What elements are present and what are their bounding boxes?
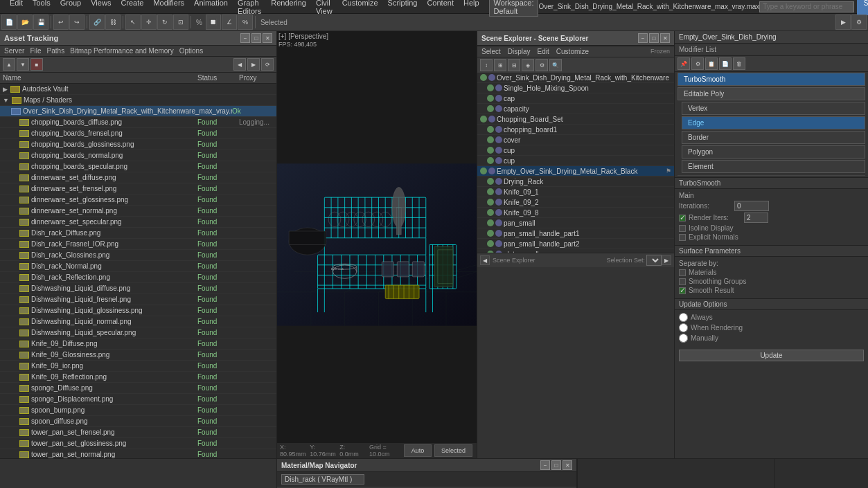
toolbar-render[interactable]: ▶ bbox=[835, 15, 851, 30]
selection-set-dropdown[interactable] bbox=[646, 255, 662, 266]
menu-modifiers[interactable]: Modifiers bbox=[149, 0, 188, 17]
iterations-input[interactable] bbox=[734, 201, 769, 211]
asset-menu-file[interactable]: File bbox=[30, 47, 41, 55]
panel-minimize[interactable]: − bbox=[240, 33, 250, 43]
file-row[interactable]: Dish_rack_Normal.png Found bbox=[0, 261, 276, 272]
polygon-sub-item[interactable]: Polygon bbox=[682, 145, 865, 159]
tree-autodesk-vault[interactable]: ▶ Autodesk Vault bbox=[0, 84, 276, 95]
file-row[interactable]: Dish_rack_Diffuse.png Found bbox=[0, 228, 276, 239]
mod-paste-btn[interactable]: 📄 bbox=[719, 57, 732, 70]
viewport-auto-btn[interactable]: Auto bbox=[404, 444, 432, 457]
scene-toolbar-btn-2[interactable]: ⊞ bbox=[494, 59, 506, 71]
toolbar-move[interactable]: ✛ bbox=[141, 15, 157, 30]
scene-row[interactable]: Knife_09_2 bbox=[477, 197, 674, 208]
materials-checkbox[interactable] bbox=[679, 269, 686, 276]
toolbar-new[interactable]: 📄 bbox=[1, 15, 17, 30]
file-row[interactable]: sponge_Displacement.png Found bbox=[0, 394, 276, 405]
isoline-checkbox[interactable] bbox=[679, 225, 686, 232]
tree-maps-shaders[interactable]: ▼ Maps / Shaders bbox=[0, 95, 276, 106]
scene-toolbar-btn-6[interactable]: 🔍 bbox=[549, 59, 562, 71]
asset-menu-bitmap[interactable]: Bitmap Performance and Memory bbox=[70, 47, 174, 55]
asset-btn-5[interactable]: ▶ bbox=[247, 58, 260, 71]
file-row[interactable]: tower_pan_set_normal.png Found bbox=[0, 449, 276, 458]
menu-customize[interactable]: Customize bbox=[338, 0, 382, 17]
file-row[interactable]: tower_pan_set_frensel.png Found bbox=[0, 427, 276, 438]
asset-btn-3[interactable]: ■ bbox=[30, 58, 43, 71]
file-row[interactable]: Knife_09_Reflection.png Found bbox=[0, 372, 276, 383]
scene-arrow-left[interactable]: ◀ bbox=[480, 255, 490, 265]
scene-row[interactable]: cover bbox=[477, 135, 674, 145]
toolbar-unlink[interactable]: ⛓ bbox=[105, 15, 121, 30]
file-row[interactable]: dinnerware_set_normal.png Found bbox=[0, 206, 276, 217]
scene-toolbar-btn-1[interactable]: ↕ bbox=[480, 59, 493, 71]
search-input[interactable] bbox=[759, 1, 854, 12]
menu-animation[interactable]: Animation bbox=[190, 0, 232, 17]
scene-row[interactable]: chopping_board1 bbox=[477, 125, 674, 135]
toolbar-redo[interactable]: ↪ bbox=[69, 15, 85, 30]
scene-row[interactable]: cup bbox=[477, 156, 674, 166]
file-row[interactable]: Dishwashing_Liquid_diffuse.png Found bbox=[0, 283, 276, 294]
material-minimize[interactable]: − bbox=[540, 460, 550, 470]
toolbar-scale[interactable]: ⊡ bbox=[173, 15, 188, 30]
menu-group[interactable]: Group bbox=[56, 0, 86, 17]
editable-poly-modifier[interactable]: Editable Poly bbox=[677, 87, 865, 100]
material-close[interactable]: ✕ bbox=[563, 460, 572, 470]
file-row[interactable]: chopping_boards_diffuse.png Found Loggin… bbox=[0, 117, 276, 128]
menu-edit[interactable]: Edit bbox=[6, 0, 27, 17]
file-row[interactable]: Dish_rack_Frasnel_IOR.png Found bbox=[0, 239, 276, 250]
scene-menu-customize[interactable]: Customize bbox=[556, 48, 589, 55]
asset-btn-1[interactable]: ▲ bbox=[3, 58, 15, 71]
menu-create[interactable]: Create bbox=[116, 0, 148, 17]
file-row[interactable]: dinnerware_set_glossiness.png Found bbox=[0, 195, 276, 206]
turbosmoooth-modifier[interactable]: TurboSmooth bbox=[677, 73, 865, 86]
scene-row[interactable]: Over_Sink_Dish_Drying_Metal_Rack_with_Ki… bbox=[477, 73, 674, 83]
file-row[interactable]: Dishwashing_Liquid_glossiness.png Found bbox=[0, 305, 276, 316]
viewport-area[interactable]: [+] [Perspective] FPS: 498,405 bbox=[277, 31, 477, 458]
file-row[interactable]: chopping_boards_glossiness.png Found bbox=[0, 139, 276, 150]
scene-explorer-maximize[interactable]: □ bbox=[649, 33, 659, 43]
file-row[interactable]: tower_pan_set_glossiness.png Found bbox=[0, 438, 276, 449]
file-row[interactable]: Knife_09_Glossiness.png Found bbox=[0, 350, 276, 361]
toolbar-percent-snap[interactable]: % bbox=[238, 15, 253, 30]
file-row[interactable]: Knife_09_Diffuse.png Found bbox=[0, 338, 276, 350]
tree-main-file[interactable]: Over_Sink_Dish_Drying_Metal_Rack_with_Ki… bbox=[0, 106, 276, 117]
mod-pin-btn[interactable]: 📌 bbox=[677, 57, 690, 70]
panel-close[interactable]: ✕ bbox=[263, 33, 272, 43]
file-row[interactable]: Dishwashing_Liquid_normal.png Found bbox=[0, 316, 276, 327]
asset-scroll-area[interactable] bbox=[0, 459, 276, 488]
scene-explorer-minimize[interactable]: − bbox=[638, 33, 648, 43]
scene-toolbar-btn-4[interactable]: ◈ bbox=[522, 59, 534, 71]
scene-menu-display[interactable]: Display bbox=[508, 48, 531, 55]
file-row[interactable]: dinnerware_set_specular.png Found bbox=[0, 217, 276, 228]
viewport-selected-btn[interactable]: Selected bbox=[434, 444, 472, 457]
toolbar-snap[interactable]: 🔲 bbox=[206, 15, 221, 30]
file-row[interactable]: spoon_bump.png Found bbox=[0, 405, 276, 416]
smooth-result-checkbox[interactable]: ✓ bbox=[679, 287, 686, 294]
toolbar-save[interactable]: 💾 bbox=[33, 15, 48, 30]
file-row[interactable]: chopping_boards_frensel.png Found bbox=[0, 128, 276, 139]
toolbar-open[interactable]: 📂 bbox=[17, 15, 33, 30]
toolbar-angle-snap[interactable]: ∠ bbox=[222, 15, 237, 30]
menu-scripting[interactable]: Scripting bbox=[384, 0, 422, 17]
sign-in-button[interactable]: Sign In bbox=[857, 0, 868, 15]
material-name-input[interactable] bbox=[281, 474, 364, 485]
scene-row[interactable]: Knife_09_1 bbox=[477, 187, 674, 197]
edge-sub-item[interactable]: Edge bbox=[682, 116, 865, 129]
toolbar-undo[interactable]: ↩ bbox=[53, 15, 69, 30]
asset-btn-2[interactable]: ▼ bbox=[17, 58, 29, 71]
menu-content[interactable]: Content bbox=[423, 0, 458, 17]
element-sub-item[interactable]: Element bbox=[682, 160, 865, 173]
when-rendering-radio[interactable] bbox=[679, 323, 688, 332]
file-row[interactable]: chopping_boards_specular.png Found bbox=[0, 161, 276, 172]
scene-row[interactable]: pan_small_handle_part1 bbox=[477, 228, 674, 239]
file-row[interactable]: Dish_rack_Glossines.png Found bbox=[0, 250, 276, 261]
toolbar-select[interactable]: ↖ bbox=[125, 15, 141, 30]
scene-row[interactable]: cap bbox=[477, 93, 674, 104]
scene-row[interactable]: Knife_09_8 bbox=[477, 208, 674, 218]
smoothing-groups-checkbox[interactable] bbox=[679, 278, 686, 285]
toolbar-rotate[interactable]: ↻ bbox=[157, 15, 172, 30]
scene-menu-edit[interactable]: Edit bbox=[538, 48, 549, 55]
file-row[interactable]: spoon_diffuse.png Found bbox=[0, 416, 276, 427]
render-iters-checkbox[interactable]: ✓ bbox=[679, 215, 686, 222]
menu-civil-view[interactable]: Civil View bbox=[312, 0, 337, 17]
